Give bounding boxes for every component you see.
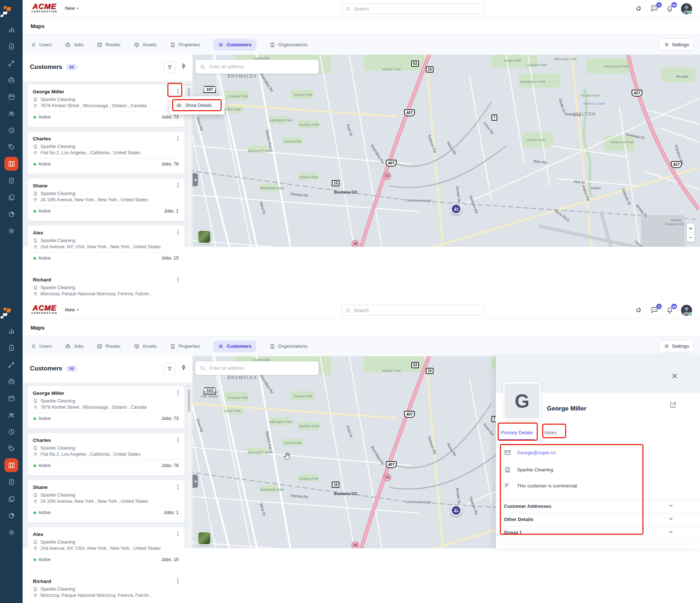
zuper-logo-icon[interactable] [0, 4, 13, 18]
collapse-panel-handle[interactable]: ◀ [192, 475, 198, 488]
tab-routes[interactable]: Routes [97, 42, 120, 48]
sidebar-settings-icon[interactable] [7, 227, 15, 235]
satellite-view-thumbnail[interactable] [198, 230, 211, 244]
external-link-icon[interactable] [669, 401, 677, 409]
customer-card[interactable]: ⋮ Shane Sparkle Cleaning 24 10th Avenue,… [28, 179, 184, 221]
zuper-logo-icon[interactable] [0, 306, 13, 320]
customer-card[interactable]: ⋮ Richard Sparkle Cleaning Morrocoy, Par… [28, 273, 184, 302]
sidebar-team-icon[interactable] [7, 109, 15, 117]
global-search-input[interactable]: Search [341, 305, 484, 316]
sidebar-documents-icon[interactable] [7, 495, 15, 503]
map-address-search-input[interactable]: Enter an address [195, 60, 319, 74]
sidebar-tools-icon[interactable] [7, 59, 15, 67]
kebab-menu-button[interactable]: ⋮ [174, 181, 182, 190]
chevron-down-icon[interactable] [668, 516, 674, 522]
tab-routes[interactable]: Routes [97, 343, 120, 349]
global-search-input[interactable]: Search [341, 3, 484, 14]
section-group-1[interactable]: Group 1 [504, 530, 522, 535]
kebab-menu-button[interactable]: ⋮ [174, 275, 182, 284]
kebab-menu-button[interactable]: ⋮ [174, 228, 182, 237]
sidebar-timesheet-icon[interactable] [7, 126, 15, 134]
tab-primary-details[interactable]: Primary Details [501, 430, 533, 435]
scroll-up-arrow[interactable]: ▲ [188, 385, 190, 387]
list-scrollbar[interactable]: ▲ [187, 384, 191, 548]
tab-users[interactable]: Users [31, 42, 52, 48]
kebab-menu-button[interactable]: ⋮ [174, 134, 182, 143]
sidebar-invoices-icon[interactable] [7, 176, 15, 184]
tab-customers[interactable]: Customers [213, 341, 256, 352]
tab-organizations[interactable]: Organizations [269, 42, 307, 48]
sidebar-work-icon[interactable] [7, 76, 15, 84]
sidebar-maps-icon[interactable] [4, 157, 18, 171]
tab-properties[interactable]: Properties [170, 343, 200, 349]
sidebar-tags-icon[interactable] [7, 444, 15, 452]
map-canvas[interactable]: EarnscliffeEastbourne ParkWalker ParkAna… [192, 55, 700, 247]
notifications-bell-icon[interactable]: 44 [666, 4, 674, 13]
sidebar-timesheet-icon[interactable] [7, 428, 15, 436]
settings-button[interactable]: Settings [659, 38, 694, 51]
sidebar-documents-icon[interactable] [7, 193, 15, 201]
kebab-menu-button[interactable]: ⋮ [174, 576, 182, 585]
customer-card[interactable]: ⋮ Alex Sparkle Cleaning 2nd Avenue, NY, … [28, 226, 184, 268]
chat-icon[interactable]: 1 [650, 306, 659, 315]
satellite-view-thumbnail[interactable] [198, 532, 211, 545]
tab-jobs[interactable]: Jobs [65, 343, 83, 349]
section-other-details[interactable]: Other Details [504, 517, 533, 522]
sidebar-calendar-icon[interactable] [7, 93, 15, 101]
customer-card[interactable]: ⋮ Shane Sparkle Cleaning 24 10th Avenue,… [28, 480, 184, 522]
chevron-down-icon[interactable] [668, 529, 674, 536]
map-address-search-input[interactable]: Enter an address [195, 361, 319, 375]
sidebar-maps-icon[interactable] [4, 458, 18, 472]
tab-customers[interactable]: Customers [213, 39, 256, 51]
customer-card[interactable]: ⋮ Charles Sparkle Cleaning Flat No.2, Lo… [28, 132, 184, 174]
kebab-menu-button[interactable]: ⋮ [174, 87, 182, 96]
sidebar-reports-icon[interactable] [7, 210, 15, 218]
sidebar-tags-icon[interactable] [7, 143, 15, 151]
scrollbar-thumb[interactable] [188, 389, 190, 412]
tab-assets[interactable]: Assets [134, 343, 157, 349]
zoom-in-button[interactable]: + [687, 223, 695, 233]
workspace-dropdown[interactable]: New▾ [65, 5, 79, 11]
tab-jobs[interactable]: Jobs [65, 42, 83, 48]
acme-logo[interactable]: ACME CORPORATION [31, 2, 57, 13]
scroll-up-arrow[interactable]: ▲ [188, 83, 190, 86]
workspace-dropdown[interactable]: New▾ [65, 307, 79, 312]
chevron-down-icon[interactable] [668, 503, 674, 509]
zoom-out-button[interactable]: − [687, 233, 695, 242]
customer-email-row[interactable]: George@zuper.co [496, 449, 556, 456]
user-avatar[interactable] [681, 3, 692, 14]
customer-card[interactable]: ⋮ Charles Sparkle Cleaning Flat No.2, Lo… [28, 433, 184, 475]
tab-notes[interactable]: Notes [544, 430, 557, 435]
customer-card[interactable]: ⋮ Alex Sparkle Cleaning 2nd Avenue, NY, … [28, 527, 184, 569]
announcements-icon[interactable] [635, 4, 644, 13]
pin-button[interactable] [180, 365, 188, 373]
sidebar-jobs-icon[interactable] [7, 42, 15, 50]
kebab-menu-button[interactable]: ⋮ [174, 435, 182, 444]
tab-organizations[interactable]: Organizations [269, 343, 307, 349]
sidebar-work-icon[interactable] [7, 377, 15, 385]
announcements-icon[interactable] [635, 306, 644, 315]
sidebar-invoices-icon[interactable] [7, 478, 15, 486]
filter-button[interactable] [164, 61, 176, 73]
customer-map-marker[interactable] [451, 203, 462, 214]
tab-users[interactable]: Users [31, 343, 52, 349]
collapse-panel-handle[interactable]: ◀ [192, 173, 198, 186]
sidebar-team-icon[interactable] [7, 411, 15, 419]
customer-card[interactable]: ⋮ Richard Sparkle Cleaning Morrocoy, Par… [28, 574, 184, 603]
notifications-bell-icon[interactable]: 44 [666, 306, 674, 315]
customer-card[interactable]: ⋮ George Miller Sparkle Cleaning 7676 Ki… [28, 85, 184, 127]
menu-item-show-details[interactable]: Show Details [172, 99, 222, 111]
close-icon[interactable] [671, 372, 680, 381]
tab-assets[interactable]: Assets [134, 42, 157, 48]
kebab-menu-button[interactable]: ⋮ [174, 482, 182, 491]
settings-button[interactable]: Settings [659, 340, 694, 352]
filter-button[interactable] [164, 363, 176, 375]
customer-map-marker[interactable] [451, 505, 462, 516]
section-customer-addresses[interactable]: Customer Addresses [504, 503, 551, 509]
pin-button[interactable] [180, 63, 188, 71]
tab-properties[interactable]: Properties [170, 42, 200, 48]
sidebar-calendar-icon[interactable] [7, 394, 15, 402]
sidebar-jobs-icon[interactable] [7, 344, 15, 352]
map-canvas[interactable]: EarnscliffeEastbourne ParkWalker ParkAna… [192, 356, 496, 548]
sidebar-settings-icon[interactable] [7, 528, 15, 536]
